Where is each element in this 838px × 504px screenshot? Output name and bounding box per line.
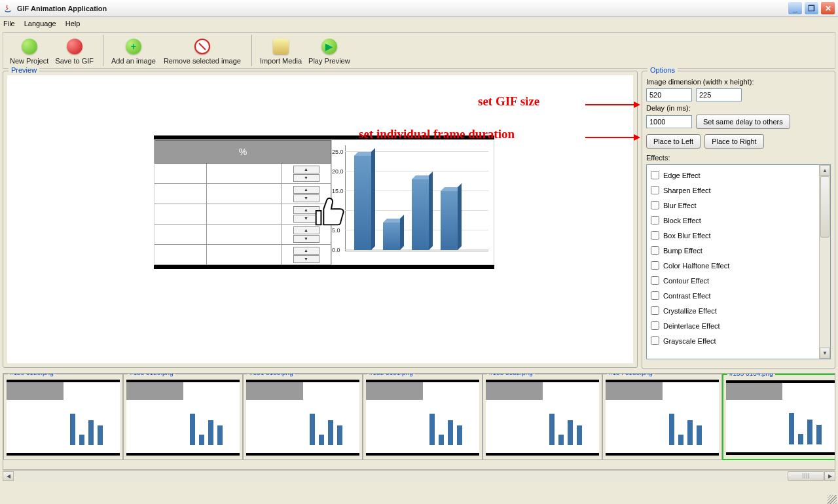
frame-thumbnail — [726, 380, 835, 455]
effect-checkbox[interactable] — [651, 216, 659, 225]
close-button[interactable]: ✕ — [820, 1, 835, 15]
preview-label: Preview — [9, 66, 39, 74]
arrow-icon — [585, 134, 640, 143]
effect-item[interactable]: Contrast Effect — [651, 288, 814, 303]
frame-thumbnail — [366, 380, 479, 456]
effect-label: Deinterlace Effect — [663, 322, 720, 330]
frame-thumbnail — [7, 380, 120, 456]
effect-item[interactable]: Edge Effect — [651, 168, 814, 183]
effect-item[interactable]: Deinterlace Effect — [651, 318, 814, 333]
effect-checkbox[interactable] — [651, 291, 659, 300]
timeline-frame[interactable]: #132 0131.png — [363, 374, 483, 460]
effect-checkbox[interactable] — [651, 306, 659, 315]
effect-item[interactable]: Sharpen Effect — [651, 183, 814, 198]
add-image-label: Add an image — [111, 57, 156, 65]
arrow-icon — [585, 101, 640, 110]
effect-label: Contrast Effect — [663, 292, 711, 300]
effect-item[interactable]: Blur Effect — [651, 198, 814, 213]
frame-thumbnail — [246, 380, 359, 456]
scroll-hthumb[interactable] — [788, 471, 824, 481]
add-image-button[interactable]: + Add an image — [109, 35, 158, 66]
same-delay-button[interactable]: Set same delay to others — [696, 115, 790, 129]
effect-checkbox[interactable] — [651, 171, 659, 179]
chart-bar — [412, 179, 429, 250]
spinner-down-icon[interactable] — [293, 174, 319, 182]
maximize-button[interactable]: ❐ — [804, 1, 819, 15]
java-icon — [3, 3, 13, 14]
timeline-frame[interactable]: #133 0132.png — [483, 374, 602, 460]
delay-label: Delay (in ms): — [646, 104, 691, 112]
timeline-frame[interactable]: #129 0128.png — [3, 374, 123, 460]
save-gif-label: Save to GIF — [55, 57, 94, 65]
timeline-scrollbar[interactable]: ◀ ▶ — [3, 470, 835, 481]
menu-help[interactable]: Help — [65, 20, 81, 27]
scroll-down-button[interactable]: ▼ — [820, 348, 830, 359]
effect-checkbox[interactable] — [651, 246, 659, 255]
spinner-up-icon[interactable] — [293, 166, 319, 173]
timeline-frame[interactable]: #134 0133.png — [602, 374, 722, 460]
effect-checkbox[interactable] — [651, 336, 659, 345]
effect-label: Contour Effect — [663, 277, 709, 285]
effect-label: Bump Effect — [663, 247, 702, 255]
toolbar: New Project Save to GIF + Add an image R… — [3, 32, 835, 69]
frame-label: #131 0130.png — [247, 373, 295, 376]
place-right-button[interactable]: Place to Right — [704, 134, 763, 149]
y-tick-label: 25.0 — [332, 149, 344, 155]
effect-checkbox[interactable] — [651, 201, 659, 209]
resize-grip[interactable] — [828, 495, 837, 504]
preview-chart: 0.05.010.015.020.025.0 — [332, 140, 494, 264]
remove-image-button[interactable]: Remove selected image — [160, 35, 245, 66]
effect-item[interactable]: Box Blur Effect — [651, 228, 814, 243]
delay-input[interactable] — [646, 115, 692, 128]
effect-item[interactable]: Block Effect — [651, 213, 814, 228]
save-gif-button[interactable]: Save to GIF — [52, 35, 96, 66]
preview-fieldset: Preview % — [3, 71, 638, 368]
menu-language[interactable]: Language — [24, 20, 56, 27]
import-media-icon — [273, 39, 289, 54]
menu-file[interactable]: File — [3, 20, 15, 27]
timeline-frame[interactable]: #130 0129.png — [123, 374, 243, 460]
frame-label: #133 0132.png — [487, 373, 535, 376]
effect-checkbox[interactable] — [651, 261, 659, 270]
effect-item[interactable]: Bump Effect — [651, 243, 814, 258]
options-label: Options — [647, 66, 678, 74]
scroll-left-button[interactable]: ◀ — [3, 471, 14, 481]
play-preview-button[interactable]: ▶ Play Preview — [306, 35, 353, 66]
minimize-button[interactable]: _ — [788, 1, 803, 15]
effect-label: Edge Effect — [663, 171, 701, 179]
table-row — [155, 225, 331, 245]
frame-label: #132 0131.png — [367, 373, 415, 376]
effect-checkbox[interactable] — [651, 321, 659, 330]
scroll-up-button[interactable]: ▲ — [820, 165, 830, 176]
effect-label: Crystallize Effect — [663, 307, 717, 315]
effect-checkbox[interactable] — [651, 276, 659, 285]
frame-label: #130 0129.png — [128, 373, 175, 376]
effect-item[interactable]: Color Halftone Effect — [651, 258, 814, 273]
effect-label: Blur Effect — [663, 202, 697, 209]
preview-canvas: % — [7, 75, 633, 363]
scroll-track[interactable] — [14, 471, 824, 481]
effect-item[interactable]: Grayscale Effect — [651, 333, 814, 348]
timeline-frame[interactable]: #131 0130.png — [243, 374, 363, 460]
width-input[interactable] — [646, 88, 692, 101]
timeline: #129 0128.png#130 0129.png#131 0130.png#… — [3, 373, 835, 470]
chart-bar — [441, 191, 458, 250]
scroll-thumb[interactable] — [820, 176, 829, 238]
new-project-button[interactable]: New Project — [7, 35, 51, 66]
effect-checkbox[interactable] — [651, 186, 659, 194]
add-image-icon: + — [126, 39, 141, 54]
import-media-button[interactable]: Import Media — [257, 35, 304, 66]
scroll-right-button[interactable]: ▶ — [824, 471, 835, 481]
timeline-frame[interactable]: #135 0134.png — [722, 374, 835, 460]
effect-item[interactable]: Contour Effect — [651, 273, 814, 288]
effect-checkbox[interactable] — [651, 231, 659, 240]
title-bar: GIF Animation Application _ ❐ ✕ — [0, 0, 838, 17]
preview-table-header: % — [155, 140, 331, 164]
effect-item[interactable]: Crystallize Effect — [651, 303, 814, 318]
effects-scrollbar[interactable]: ▲ ▼ — [819, 165, 830, 359]
spinner-up-icon[interactable] — [293, 247, 319, 255]
height-input[interactable] — [696, 88, 742, 101]
spinner-down-icon[interactable] — [293, 255, 319, 263]
annotation-frame-duration: set individual frame duration — [359, 127, 515, 141]
place-left-button[interactable]: Place to Left — [646, 134, 701, 149]
